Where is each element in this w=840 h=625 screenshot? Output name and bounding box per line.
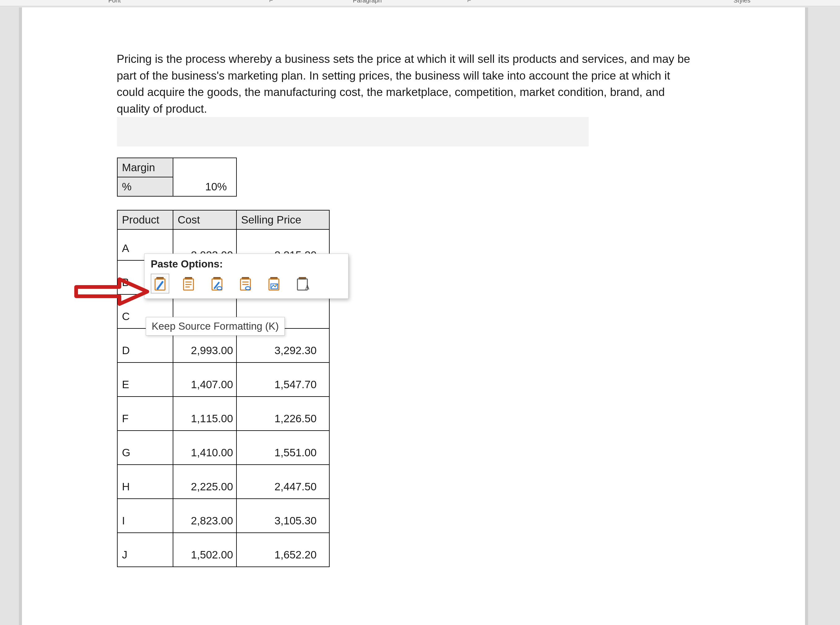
paste-keep-source-formatting-icon[interactable] [152, 275, 168, 292]
svg-point-18 [275, 285, 277, 286]
document-paragraph[interactable]: Pricing is the process whereby a busines… [117, 51, 696, 117]
cell-price[interactable]: 1,226.50 [236, 396, 329, 431]
paste-options-row: A [151, 275, 342, 292]
cell-price[interactable]: 1,551.00 [236, 431, 329, 465]
margin-label-top[interactable]: Margin [117, 158, 173, 177]
cell-price[interactable]: 3,105.30 [236, 499, 329, 533]
cell-product[interactable]: F [117, 396, 173, 431]
cell-cost[interactable]: 1,115.00 [173, 396, 236, 431]
cell-price[interactable]: 2,447.50 [236, 465, 329, 499]
cell-cost[interactable]: 1,407.00 [173, 362, 236, 396]
margin-value[interactable]: 10% [173, 158, 236, 196]
pasted-selection-highlight [117, 117, 589, 146]
cell-cost[interactable]: 1,410.00 [173, 431, 236, 465]
page-shadow [19, 8, 22, 625]
paste-keep-text-only-icon[interactable]: A [295, 275, 310, 292]
ribbon-group-paragraph: Paragraph [353, 0, 382, 4]
table-row: J 1,502.00 1,652.20 [117, 533, 329, 567]
paste-options-title: Paste Options: [151, 258, 342, 270]
table-row: G 1,410.00 1,551.00 [117, 431, 329, 465]
paste-option-tooltip: Keep Source Formatting (K) [146, 317, 285, 336]
svg-text:A: A [305, 283, 309, 291]
ribbon-group-launcher-1[interactable]: ⌐ [269, 0, 273, 4]
col-header-price[interactable]: Selling Price [236, 210, 329, 229]
cell-cost[interactable]: 2,225.00 [173, 465, 236, 499]
page-shadow [805, 8, 808, 625]
margin-table[interactable]: Margin 10% % [117, 157, 237, 197]
paste-picture-icon[interactable] [267, 275, 281, 292]
paste-use-destination-styles-icon[interactable] [181, 275, 196, 292]
svg-point-9 [217, 287, 222, 290]
margin-label-bottom[interactable]: % [117, 177, 173, 196]
annotation-arrow-icon [73, 273, 154, 310]
paste-link-destination-styles-icon[interactable] [238, 275, 253, 292]
cell-product[interactable]: E [117, 362, 173, 396]
col-header-cost[interactable]: Cost [173, 210, 236, 229]
table-row: E 1,407.00 1,547.70 [117, 362, 329, 396]
ribbon-bottom-border: Font ⌐ Paragraph ⌐ Styles [0, 0, 840, 6]
cell-cost[interactable]: 2,823.00 [173, 499, 236, 533]
ribbon-group-launcher-2[interactable]: ⌐ [467, 0, 471, 4]
cell-product[interactable]: H [117, 465, 173, 499]
cell-product[interactable]: I [117, 499, 173, 533]
col-header-product[interactable]: Product [117, 210, 173, 229]
cell-product[interactable]: J [117, 533, 173, 567]
svg-point-14 [245, 287, 250, 290]
document-page: Pricing is the process whereby a busines… [22, 8, 805, 625]
table-row: I 2,823.00 3,105.30 [117, 499, 329, 533]
paste-options-popup: Paste Options: [144, 253, 348, 299]
table-row: F 1,115.00 1,226.50 [117, 396, 329, 431]
cell-price[interactable]: 1,547.70 [236, 362, 329, 396]
cell-price[interactable]: 1,652.20 [236, 533, 329, 567]
cell-cost[interactable]: 1,502.00 [173, 533, 236, 567]
paste-link-keep-source-icon[interactable] [210, 275, 224, 292]
ribbon-group-font: Font [108, 0, 121, 4]
cell-product[interactable]: G [117, 431, 173, 465]
ribbon-group-styles: Styles [733, 0, 750, 4]
table-row: H 2,225.00 2,447.50 [117, 465, 329, 499]
